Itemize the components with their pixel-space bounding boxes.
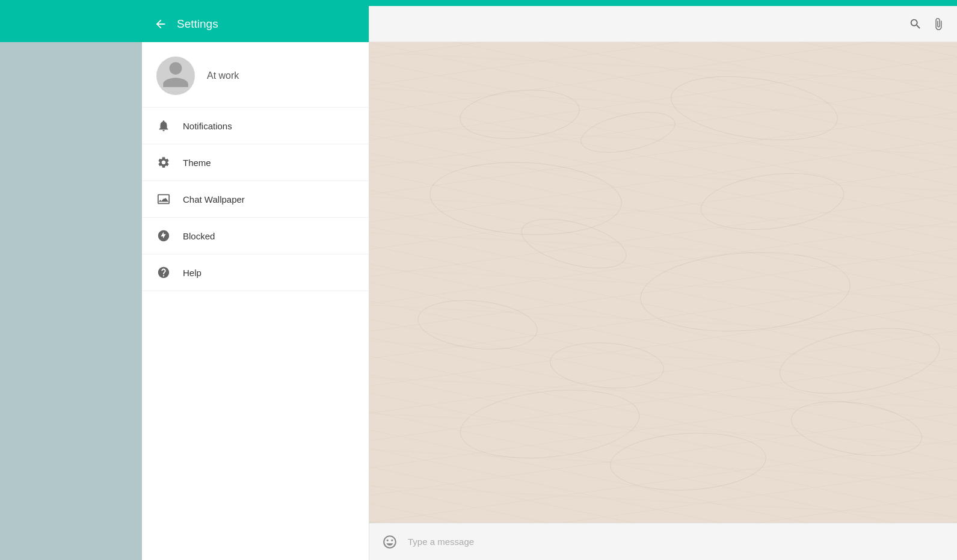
menu-label-theme: Theme	[183, 158, 211, 168]
sidebar-left-body	[0, 42, 142, 560]
menu-item-help[interactable]: Help	[142, 254, 369, 291]
gear-icon	[156, 155, 171, 170]
settings-panel: Settings At work	[142, 6, 369, 560]
settings-body: At work Notifications Theme	[142, 42, 369, 560]
wallpaper-icon	[156, 192, 171, 206]
chat-body	[369, 42, 957, 523]
sidebar-left	[0, 6, 142, 560]
menu-label-help: Help	[183, 268, 202, 278]
app-container: Settings At work	[0, 6, 957, 560]
emoji-button[interactable]	[379, 531, 401, 553]
help-icon	[156, 265, 171, 280]
avatar	[156, 57, 195, 95]
menu-item-notifications[interactable]: Notifications	[142, 108, 369, 144]
menu-label-notifications: Notifications	[183, 121, 232, 131]
settings-title: Settings	[177, 17, 218, 31]
settings-header: Settings	[142, 6, 369, 42]
menu-item-chat-wallpaper[interactable]: Chat Wallpaper	[142, 181, 369, 218]
menu-item-blocked[interactable]: Blocked	[142, 218, 369, 254]
attach-button[interactable]	[932, 17, 945, 31]
profile-name: At work	[207, 70, 239, 81]
top-bar	[0, 0, 957, 6]
chat-area	[369, 6, 957, 560]
back-button[interactable]	[154, 17, 167, 31]
search-button[interactable]	[909, 17, 922, 31]
avatar-icon	[160, 59, 191, 93]
bell-icon	[156, 118, 171, 133]
profile-section[interactable]: At work	[142, 42, 369, 108]
chat-header	[369, 6, 957, 42]
blocked-icon	[156, 229, 171, 243]
message-input[interactable]	[408, 530, 947, 554]
menu-item-theme[interactable]: Theme	[142, 144, 369, 181]
menu-label-blocked: Blocked	[183, 231, 215, 241]
chat-footer	[369, 523, 957, 560]
sidebar-left-top	[0, 6, 142, 42]
menu-label-chat-wallpaper: Chat Wallpaper	[183, 194, 245, 205]
